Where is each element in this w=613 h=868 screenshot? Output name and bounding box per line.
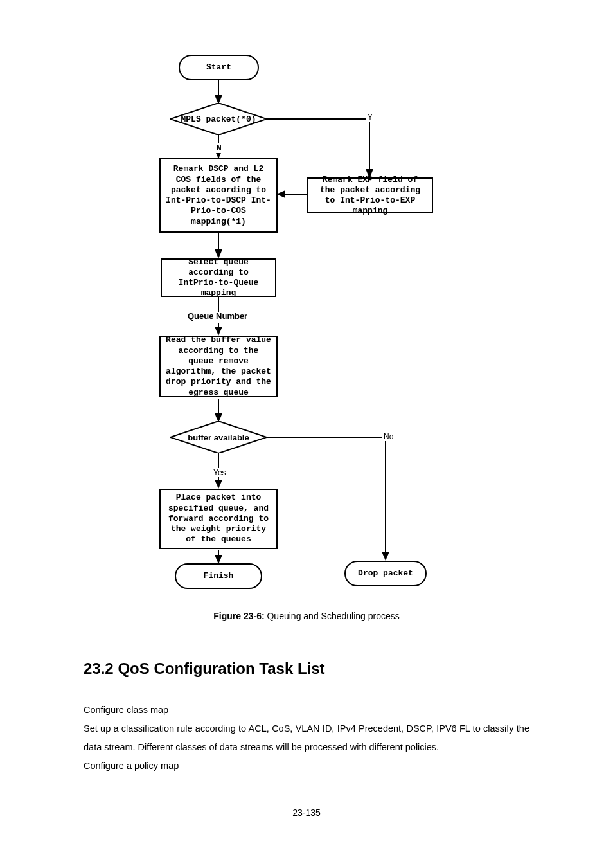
body-p1: Configure class map: [84, 701, 529, 719]
decision-mpls: MPLS packet(*0): [170, 103, 267, 135]
figure-caption-label: Figure 23-6:: [213, 611, 264, 621]
decision-buffer: buffer available: [170, 421, 267, 453]
queue-number-label: Queue Number: [188, 311, 247, 321]
flow-drop: Drop packet: [344, 561, 427, 586]
box-remark-exp: Remark EXP field of the packet according…: [307, 177, 433, 213]
flowchart: Start MPLS packet(*0) Y N Remark DSCP an…: [141, 51, 443, 592]
flow-finish: Finish: [175, 563, 262, 589]
decision-buffer-text: buffer available: [170, 421, 267, 453]
decision-mpls-text: MPLS packet(*0): [170, 103, 267, 135]
body-p2: Set up a classification rule according t…: [84, 719, 529, 757]
flow-drop-text: Drop packet: [358, 568, 413, 579]
edge-label-no: No: [382, 432, 395, 441]
flow-start: Start: [179, 55, 259, 80]
figure-caption: Figure 23-6: Queuing and Scheduling proc…: [84, 611, 529, 621]
flow-finish-text: Finish: [204, 571, 234, 581]
box-read-buffer-text: Read the buffer value according to the q…: [166, 335, 271, 398]
body-text: Configure class map Set up a classificat…: [84, 701, 529, 775]
box-place-packet: Place packet into specified queue, and f…: [159, 489, 278, 549]
box-place-packet-text: Place packet into specified queue, and f…: [166, 493, 271, 545]
box-read-buffer: Read the buffer value according to the q…: [159, 336, 278, 397]
box-remark-dscp: Remark DSCP and L2 COS fields of the pac…: [159, 158, 278, 233]
figure-caption-text: Queuing and Scheduling process: [265, 611, 400, 621]
flow-start-text: Start: [206, 62, 231, 73]
box-select-queue: Select queue according to IntPrio-to-Que…: [161, 258, 276, 297]
section-heading: 23.2 QoS Configuration Task List: [84, 660, 529, 678]
box-remark-dscp-text: Remark DSCP and L2 COS fields of the pac…: [166, 164, 271, 227]
body-p3: Configure a policy map: [84, 757, 529, 775]
page-number: 23-135: [84, 808, 529, 818]
box-select-queue-text: Select queue according to IntPrio-to-Que…: [167, 257, 270, 299]
box-remark-exp-text: Remark EXP field of the packet according…: [314, 175, 427, 217]
edge-label-y: Y: [366, 113, 374, 122]
edge-label-yes: Yes: [212, 468, 227, 477]
edge-label-n: N: [215, 143, 223, 153]
